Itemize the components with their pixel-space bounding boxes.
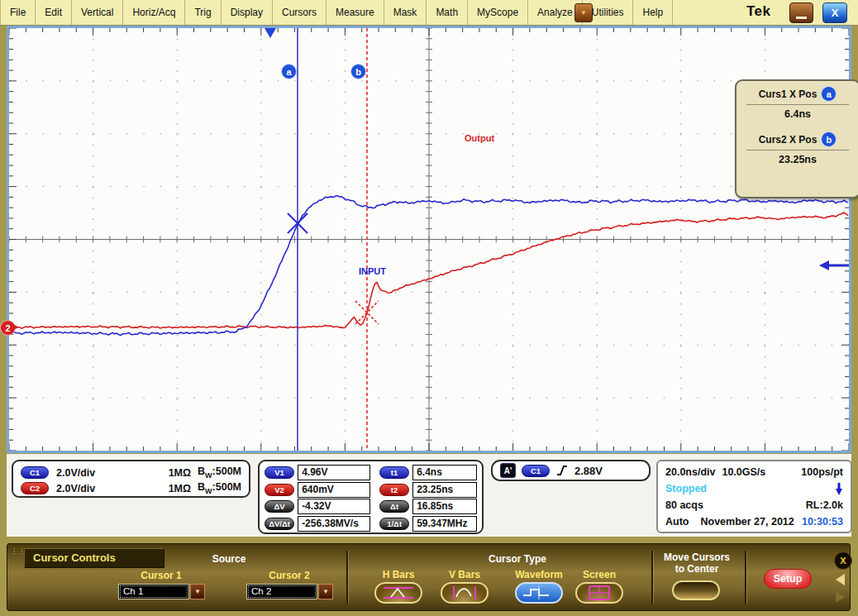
screen-cursor-icon	[577, 584, 622, 602]
delta-v-pill: ΔV	[265, 500, 294, 513]
delta-t-value: 16.85ns	[412, 499, 477, 514]
cursor2-label: Cursor 2	[260, 570, 319, 581]
menu-bar: File Edit Vertical Horiz/Acq Trig Displa…	[0, 0, 858, 26]
menu-measure[interactable]: Measure	[327, 0, 384, 25]
waveform-cursor-icon	[517, 584, 561, 602]
waveform-cursor-button[interactable]	[515, 582, 563, 604]
curs1-badge-icon: a	[821, 86, 837, 102]
c2-pill: C2	[21, 482, 49, 494]
waveform-svg[interactable]	[9, 28, 849, 451]
curs1-value: 6.4ns	[743, 108, 852, 120]
cursor-b-badge[interactable]: b	[350, 64, 366, 79]
menu-vertical[interactable]: Vertical	[72, 0, 123, 25]
vbars-label: V Bars	[441, 569, 489, 580]
sample-rate: 10.0GS/s	[722, 466, 765, 478]
inv-delta-t-value: 59.347MHz	[412, 516, 477, 532]
divider	[746, 104, 849, 105]
cursor-type-section-label: Cursor Type	[464, 553, 571, 565]
clock-time: 10:30:53	[802, 516, 843, 528]
c1-bandwidth: BW:500M	[198, 466, 241, 480]
cursor1-source-select[interactable]: Ch 1	[118, 584, 189, 599]
t2-value: 23.25ns	[412, 482, 477, 498]
v2-value: 640mV	[298, 482, 370, 498]
divider	[346, 551, 348, 604]
menu-edit[interactable]: Edit	[36, 0, 72, 25]
channel-2-row: C2 2.0V/div 1MΩ BW:500M	[21, 480, 241, 496]
rising-edge-icon	[555, 464, 569, 477]
vbars-button[interactable]	[441, 582, 489, 604]
trigger-mode: Auto	[665, 516, 689, 528]
panel-next-arrow[interactable]	[836, 591, 845, 603]
cursor1-label: Cursor 1	[131, 570, 191, 581]
cursor2-source-select[interactable]: Ch 2	[246, 584, 317, 599]
divider	[746, 150, 849, 150]
divider	[651, 551, 653, 604]
trigger-source-pill: C1	[522, 465, 550, 477]
c2-scale: 2.0V/div	[56, 483, 95, 494]
curs2-badge-icon: b	[821, 131, 837, 147]
menu-horiz-acq[interactable]: Horiz/Acq	[123, 0, 185, 25]
channel-2-arrow-icon: ▶	[13, 322, 19, 331]
menu-mask[interactable]: Mask	[384, 0, 427, 25]
menu-cursors[interactable]: Cursors	[273, 0, 327, 25]
minimize-button[interactable]	[789, 2, 813, 23]
minimize-icon	[796, 17, 807, 19]
hbars-icon	[376, 584, 421, 602]
waveform-display[interactable]: a b Output INPUT Curs1 X Pos a 6.4ns Cur…	[7, 26, 851, 453]
chevron-down-icon: ▼	[322, 588, 329, 595]
v1-pill: V1	[265, 466, 294, 479]
acquisition-state: Stopped	[665, 483, 707, 494]
menu-math[interactable]: Math	[427, 0, 468, 25]
menu-file[interactable]: File	[0, 0, 36, 25]
trigger-a-badge: A'	[500, 463, 516, 478]
channel-settings-box: C1 2.0V/div 1MΩ BW:500M C2 2.0V/div 1MΩ …	[12, 460, 250, 498]
t2-pill: t2	[379, 484, 409, 496]
t1-value: 6.4ns	[412, 465, 477, 480]
move-cursors-button[interactable]	[672, 580, 720, 600]
cursor-control-panel: ⋮⋮ Cursor Controls Source Cursor 1 Ch 1 …	[7, 543, 851, 611]
panel-prev-arrow[interactable]	[836, 574, 845, 585]
c2-impedance: 1MΩ	[169, 483, 191, 494]
chevron-down-icon: ▼	[194, 588, 201, 595]
chevron-down-icon: ▼	[580, 9, 587, 17]
curs2-label: Curs2 X Pos	[759, 134, 817, 146]
move-cursors-label-line2: to Center	[662, 563, 732, 575]
trigger-level: 2.88V	[574, 465, 603, 477]
panel-close-button[interactable]: X	[834, 552, 852, 570]
trigger-readout-box: A' C1 2.88V	[491, 460, 651, 481]
tek-logo: Tek	[746, 3, 771, 20]
channel-1-row: C1 2.0V/div 1MΩ BW:500M	[21, 465, 241, 480]
screen-cursor-label: Screen	[575, 569, 623, 580]
menu-help[interactable]: Help	[633, 0, 673, 25]
cursor-a-badge[interactable]: a	[281, 64, 297, 79]
hbars-button[interactable]	[374, 582, 422, 604]
c1-scale: 2.0V/div	[56, 467, 95, 479]
menu-display[interactable]: Display	[222, 0, 273, 25]
menu-dropdown-button[interactable]: ▼	[574, 3, 593, 22]
close-window-button[interactable]: X	[822, 2, 847, 23]
delta-v-value: -4.32V	[298, 499, 370, 514]
vbars-icon	[442, 584, 487, 602]
v2-pill: V2	[265, 484, 294, 496]
date: November 27, 2012	[700, 516, 794, 528]
panel-title: Cursor Controls	[24, 548, 164, 568]
setup-button[interactable]: Setup	[764, 569, 812, 589]
trigger-position-marker[interactable]	[265, 28, 276, 38]
menu-trig[interactable]: Trig	[185, 0, 221, 25]
delta-t-pill: Δt	[379, 500, 409, 513]
trigger-position-icon	[835, 482, 843, 496]
acquisition-status-box: 20.0ns/div 10.0GS/s 100ps/pt Stopped 80 …	[656, 460, 852, 533]
cursor2-select-arrow[interactable]: ▼	[318, 584, 333, 599]
screen-cursor-button[interactable]	[575, 582, 623, 604]
c1-pill: C1	[21, 466, 49, 479]
inv-delta-t-pill: 1/Δt	[379, 518, 409, 530]
dv-dt-value: -256.38MV/s	[298, 516, 370, 532]
curs2-value: 23.25ns	[743, 154, 852, 165]
menu-myscope[interactable]: MyScope	[468, 0, 528, 25]
dv-dt-pill: ΔV/Δt	[265, 518, 294, 530]
v1-value: 4.96V	[298, 465, 370, 480]
divider	[745, 551, 746, 604]
timebase: 20.0ns/div	[665, 466, 715, 478]
close-icon: X	[840, 556, 846, 566]
cursor1-select-arrow[interactable]: ▼	[190, 584, 205, 599]
